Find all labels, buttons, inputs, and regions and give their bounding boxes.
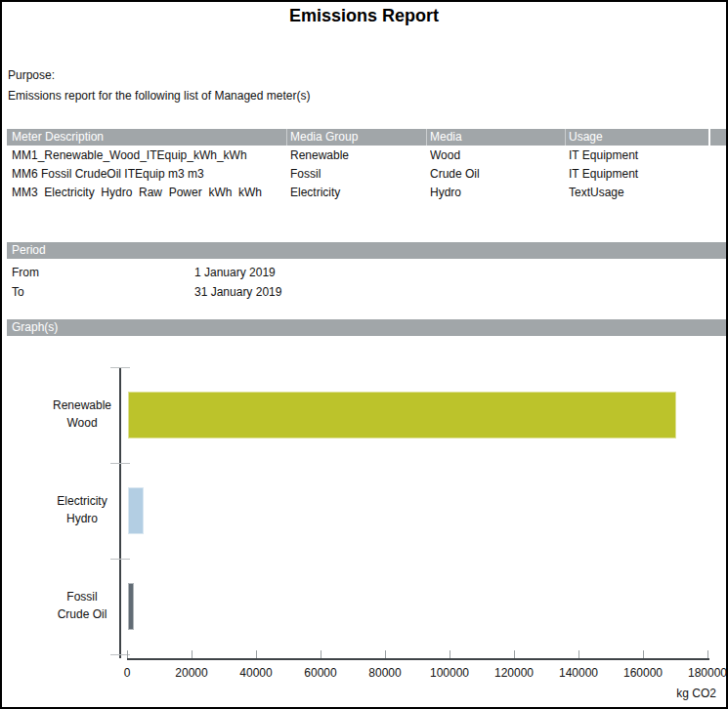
cell-media: Hydro bbox=[430, 184, 565, 202]
cell-meter-description: MM6 Fossil CrudeOil ITEquip m3 m3 bbox=[12, 165, 286, 184]
x-axis-tick bbox=[514, 650, 515, 658]
cell-media-group: Electricity bbox=[290, 184, 425, 202]
to-label: To bbox=[12, 282, 24, 302]
col-header-media: Media bbox=[430, 129, 462, 146]
period-from-row: From 1 January 2019 bbox=[7, 263, 726, 282]
col-header-usage: Usage bbox=[569, 129, 603, 146]
period-to-row: To 31 January 2019 bbox=[7, 282, 726, 302]
x-axis-tick bbox=[578, 650, 579, 658]
from-label: From bbox=[12, 263, 39, 282]
category-label-fossil-crude-oil: Fossil Crude Oil bbox=[29, 588, 135, 623]
y-axis-tick bbox=[110, 559, 130, 560]
purpose-label: Purpose: bbox=[8, 68, 55, 82]
emissions-report-page: Emissions Report Purpose: Emissions repo… bbox=[0, 0, 728, 709]
x-axis-line bbox=[127, 658, 709, 660]
cell-media: Crude Oil bbox=[430, 165, 565, 184]
col-header-meter-description: Meter Description bbox=[12, 129, 104, 146]
table-row: MM3 Electricity Hydro Raw Power kWh kWh … bbox=[7, 184, 708, 202]
cell-usage: IT Equipment bbox=[569, 165, 706, 184]
cell-meter-description: MM1_Renewable_Wood_ITEquip_kWh_kWh bbox=[12, 146, 286, 165]
x-axis-tick bbox=[192, 650, 193, 658]
table-row: MM1_Renewable_Wood_ITEquip_kWh_kWh Renew… bbox=[7, 146, 708, 165]
x-axis-tick bbox=[321, 650, 321, 658]
header-separator bbox=[565, 129, 566, 146]
x-axis-tick bbox=[450, 650, 450, 658]
cell-media-group: Renewable bbox=[290, 146, 425, 165]
from-value: 1 January 2019 bbox=[194, 263, 276, 282]
period-section-header: Period bbox=[7, 242, 726, 259]
category-label-renewable-wood: Renewable Wood bbox=[29, 396, 135, 432]
category-label-electricity-hydro: Electricity Hydro bbox=[29, 492, 135, 527]
bar-renewable-wood bbox=[128, 392, 676, 438]
emissions-bar-chart: Renewable WoodElectricity HydroFossil Cr… bbox=[2, 367, 728, 709]
to-value: 31 January 2019 bbox=[194, 282, 281, 302]
bar-fossil-crude-oil bbox=[128, 583, 134, 630]
y-axis-tick bbox=[110, 367, 130, 368]
x-axis-tick bbox=[643, 650, 644, 658]
x-axis-tick-label: 180000 bbox=[668, 666, 728, 680]
cell-usage: IT Equipment bbox=[569, 146, 706, 165]
cell-meter-description: MM3 Electricity Hydro Raw Power kWh kWh bbox=[12, 184, 286, 202]
table-header-right-stub bbox=[710, 129, 726, 146]
x-axis-tick bbox=[127, 650, 128, 658]
header-separator bbox=[426, 129, 427, 146]
x-axis-tick bbox=[256, 650, 257, 658]
col-header-media-group: Media Group bbox=[290, 129, 358, 146]
bar-electricity-hydro bbox=[128, 487, 144, 534]
x-axis-tick bbox=[385, 650, 386, 658]
cell-media: Wood bbox=[430, 146, 565, 165]
table-row: MM6 Fossil CrudeOil ITEquip m3 m3 Fossil… bbox=[7, 165, 708, 184]
cell-media-group: Fossil bbox=[290, 165, 425, 184]
purpose-text: Emissions report for the following list … bbox=[8, 89, 310, 103]
cell-usage: TextUsage bbox=[569, 184, 706, 202]
page-title: Emissions Report bbox=[2, 6, 726, 26]
graphs-section-header: Graph(s) bbox=[7, 319, 726, 336]
x-axis-unit-label: kg CO2 bbox=[676, 687, 716, 700]
x-axis-tick bbox=[707, 650, 708, 658]
y-axis-tick bbox=[110, 463, 130, 464]
meters-table-header: Meter Description Media Group Media Usag… bbox=[7, 129, 708, 146]
header-separator bbox=[286, 129, 287, 146]
graphs-section-label: Graph(s) bbox=[7, 320, 58, 334]
period-section-label: Period bbox=[7, 243, 46, 257]
